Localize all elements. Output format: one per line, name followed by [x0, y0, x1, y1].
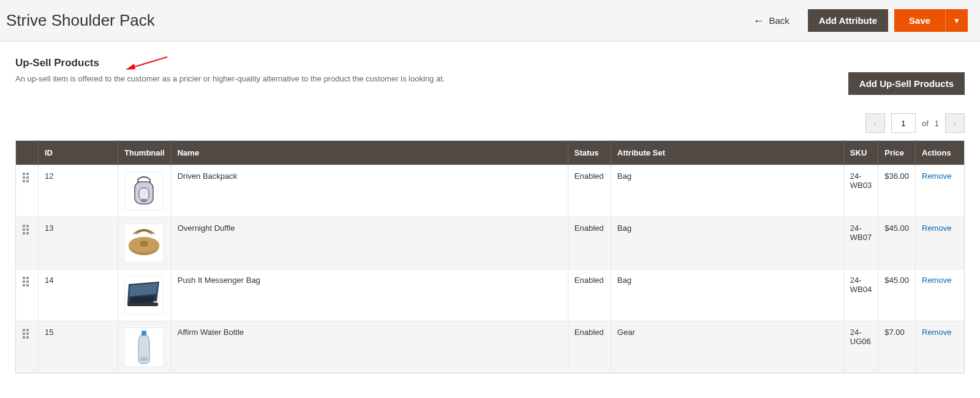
drag-handle-icon[interactable] [22, 276, 32, 290]
col-header-sku[interactable]: SKU [843, 141, 878, 165]
product-thumbnail-icon [124, 328, 164, 367]
header-actions: ← Back Add Attribute Save ▼ [753, 9, 968, 32]
svg-marker-1 [126, 64, 135, 70]
cell-sku: 24-WB03 [843, 165, 878, 217]
svg-rect-3 [26, 173, 29, 175]
svg-rect-31 [26, 332, 29, 335]
add-attribute-button[interactable]: Add Attribute [808, 9, 888, 32]
section-description: An up-sell item is offered to the custom… [15, 74, 445, 83]
annotation-arrow-icon [126, 54, 168, 73]
page-title: Strive Shoulder Pack [6, 11, 155, 30]
product-thumbnail-icon [124, 171, 164, 211]
back-button[interactable]: ← Back [753, 15, 789, 26]
save-button[interactable]: Save [894, 9, 945, 32]
pagination-next-button[interactable]: › [945, 113, 965, 133]
pagination-total: 1 [935, 119, 939, 128]
pagination-prev-button[interactable]: ‹ [865, 113, 885, 133]
svg-rect-5 [26, 176, 29, 179]
svg-rect-32 [23, 336, 25, 339]
remove-link[interactable]: Remove [922, 171, 951, 181]
section-header: Up-Sell Products An up-sell item is offe… [15, 57, 965, 95]
table-header-row: ID Thumbnail Name Status Attribute Set S… [16, 141, 965, 165]
col-header-drag [16, 141, 39, 165]
cell-sku: 24-WB07 [843, 217, 878, 269]
cell-actions: Remove [916, 269, 965, 321]
cell-thumbnail [118, 321, 172, 374]
cell-price: $45.00 [878, 269, 916, 321]
cell-status: Enabled [568, 165, 611, 217]
table-row: 15Affirm Water BottleEnabledGear24-UG06$… [16, 321, 965, 374]
save-dropdown-toggle[interactable]: ▼ [945, 9, 968, 32]
svg-line-0 [130, 57, 167, 68]
cell-name: Overnight Duffle [171, 217, 568, 269]
svg-rect-34 [141, 331, 146, 336]
svg-rect-27 [127, 302, 158, 306]
svg-rect-24 [26, 280, 29, 283]
col-header-thumbnail[interactable]: Thumbnail [118, 141, 172, 165]
cell-sku: 24-UG06 [843, 321, 878, 374]
col-header-name[interactable]: Name [171, 141, 568, 165]
cell-attribute-set: Gear [611, 321, 843, 374]
triangle-down-icon: ▼ [953, 17, 960, 25]
cell-sku: 24-WB04 [843, 269, 878, 321]
section-title-text: Up-Sell Products [15, 57, 99, 69]
cell-price: $7.00 [878, 321, 916, 374]
cell-name: Affirm Water Bottle [171, 321, 568, 374]
col-header-status[interactable]: Status [568, 141, 611, 165]
cell-actions: Remove [916, 321, 965, 374]
pagination-page-input[interactable] [891, 113, 916, 133]
col-header-attribute-set[interactable]: Attribute Set [611, 141, 843, 165]
cell-price: $36.00 [878, 165, 916, 217]
upsell-products-table: ID Thumbnail Name Status Attribute Set S… [15, 140, 965, 374]
svg-rect-23 [23, 280, 25, 283]
cell-thumbnail [118, 269, 172, 321]
remove-link[interactable]: Remove [922, 328, 951, 337]
cell-attribute-set: Bag [611, 217, 843, 269]
col-header-price[interactable]: Price [878, 141, 916, 165]
cell-name: Push It Messenger Bag [171, 269, 568, 321]
svg-rect-16 [23, 232, 25, 235]
svg-rect-13 [26, 225, 29, 227]
pagination: ‹ of 1 › [15, 113, 965, 133]
cell-thumbnail [118, 217, 172, 269]
remove-link[interactable]: Remove [922, 276, 951, 285]
drag-handle-icon[interactable] [22, 171, 32, 186]
page-header: Strive Shoulder Pack ← Back Add Attribut… [0, 0, 980, 42]
product-thumbnail-icon [124, 276, 164, 315]
content-area: Up-Sell Products An up-sell item is offe… [0, 42, 980, 386]
cell-id: 14 [39, 269, 118, 321]
save-button-group: Save ▼ [894, 9, 968, 32]
svg-rect-14 [23, 228, 25, 231]
svg-rect-26 [26, 284, 29, 287]
svg-rect-4 [23, 176, 25, 179]
cell-name: Driven Backpack [171, 165, 568, 217]
back-label: Back [769, 15, 789, 26]
cell-status: Enabled [568, 269, 611, 321]
cell-attribute-set: Bag [611, 269, 843, 321]
svg-rect-33 [26, 336, 29, 339]
svg-rect-28 [23, 329, 25, 331]
cell-price: $45.00 [878, 217, 916, 269]
drag-handle-icon[interactable] [22, 328, 32, 342]
svg-rect-29 [26, 329, 29, 331]
drag-handle-icon[interactable] [22, 223, 32, 238]
col-header-actions[interactable]: Actions [916, 141, 965, 165]
svg-rect-6 [23, 180, 25, 182]
col-header-id[interactable]: ID [39, 141, 118, 165]
svg-rect-17 [26, 232, 29, 235]
remove-link[interactable]: Remove [922, 223, 951, 233]
svg-rect-2 [23, 173, 25, 175]
arrow-left-icon: ← [753, 15, 764, 26]
cell-status: Enabled [568, 321, 611, 374]
add-upsell-products-button[interactable]: Add Up-Sell Products [848, 72, 965, 95]
svg-rect-15 [26, 228, 29, 231]
svg-rect-12 [23, 225, 25, 227]
svg-point-35 [140, 356, 148, 361]
svg-rect-20 [140, 241, 148, 246]
svg-rect-21 [23, 277, 25, 279]
svg-rect-22 [26, 277, 29, 279]
cell-thumbnail [118, 165, 172, 217]
table-row: 13Overnight DuffleEnabledBag24-WB07$45.0… [16, 217, 965, 269]
cell-id: 15 [39, 321, 118, 374]
cell-attribute-set: Bag [611, 165, 843, 217]
